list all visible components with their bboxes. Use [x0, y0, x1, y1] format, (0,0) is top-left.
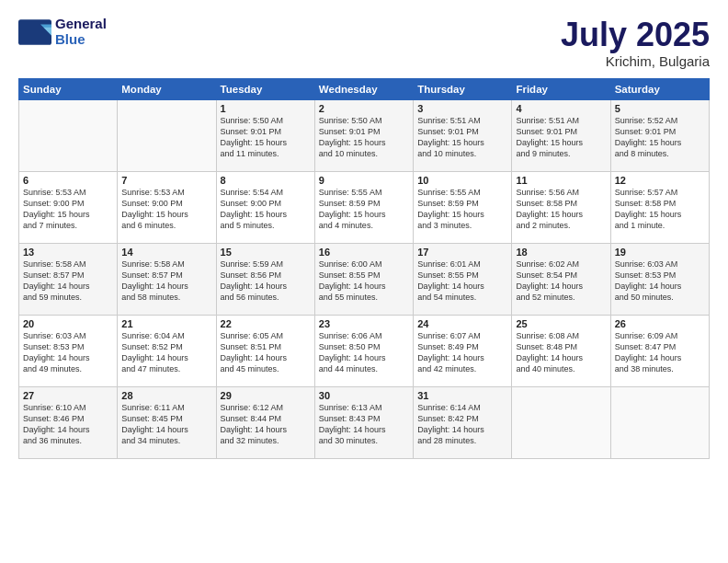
day-number: 17 — [417, 247, 507, 258]
calendar-cell: 5Sunrise: 5:52 AM Sunset: 9:01 PM Daylig… — [610, 99, 709, 171]
calendar-cell: 4Sunrise: 5:51 AM Sunset: 9:01 PM Daylig… — [512, 99, 610, 171]
day-number: 1 — [221, 103, 311, 114]
page: General Blue July 2025 Krichim, Bulgaria… — [0, 0, 728, 563]
day-info: Sunrise: 6:07 AM Sunset: 8:49 PM Dayligh… — [417, 330, 507, 375]
day-info: Sunrise: 6:03 AM Sunset: 8:53 PM Dayligh… — [615, 259, 705, 304]
day-number: 31 — [417, 390, 507, 401]
calendar-cell: 11Sunrise: 5:56 AM Sunset: 8:58 PM Dayli… — [512, 171, 610, 243]
calendar-cell: 7Sunrise: 5:53 AM Sunset: 9:00 PM Daylig… — [118, 171, 216, 243]
day-number: 18 — [516, 247, 606, 258]
week-row-4: 20Sunrise: 6:03 AM Sunset: 8:53 PM Dayli… — [19, 315, 710, 386]
logo-icon — [18, 19, 51, 45]
day-number: 15 — [221, 247, 311, 258]
header: General Blue July 2025 Krichim, Bulgaria — [18, 17, 710, 69]
day-number: 8 — [221, 175, 311, 186]
calendar-cell: 9Sunrise: 5:55 AM Sunset: 8:59 PM Daylig… — [314, 171, 413, 243]
day-info: Sunrise: 5:52 AM Sunset: 9:01 PM Dayligh… — [615, 115, 705, 160]
day-number: 7 — [121, 175, 211, 186]
day-number: 24 — [417, 318, 507, 329]
calendar-cell: 28Sunrise: 6:11 AM Sunset: 8:45 PM Dayli… — [118, 386, 216, 458]
col-thursday: Thursday — [414, 78, 512, 99]
logo-text: General Blue — [55, 17, 107, 47]
day-info: Sunrise: 6:05 AM Sunset: 8:51 PM Dayligh… — [221, 330, 311, 375]
day-info: Sunrise: 5:58 AM Sunset: 8:57 PM Dayligh… — [121, 259, 211, 304]
day-info: Sunrise: 6:00 AM Sunset: 8:55 PM Dayligh… — [319, 259, 409, 304]
calendar-cell: 25Sunrise: 6:08 AM Sunset: 8:48 PM Dayli… — [512, 315, 610, 386]
day-number: 9 — [319, 175, 409, 186]
day-info: Sunrise: 6:08 AM Sunset: 8:48 PM Dayligh… — [516, 330, 606, 375]
calendar-cell: 23Sunrise: 6:06 AM Sunset: 8:50 PM Dayli… — [314, 315, 413, 386]
svg-rect-0 — [18, 19, 51, 44]
day-info: Sunrise: 5:57 AM Sunset: 8:58 PM Dayligh… — [615, 187, 705, 232]
calendar-cell: 12Sunrise: 5:57 AM Sunset: 8:58 PM Dayli… — [610, 171, 709, 243]
logo: General Blue — [18, 17, 107, 47]
header-row: Sunday Monday Tuesday Wednesday Thursday… — [19, 78, 710, 99]
calendar-cell: 13Sunrise: 5:58 AM Sunset: 8:57 PM Dayli… — [19, 243, 118, 315]
calendar-cell: 8Sunrise: 5:54 AM Sunset: 9:00 PM Daylig… — [216, 171, 314, 243]
day-info: Sunrise: 5:51 AM Sunset: 9:01 PM Dayligh… — [417, 115, 507, 160]
week-row-3: 13Sunrise: 5:58 AM Sunset: 8:57 PM Dayli… — [19, 243, 710, 315]
calendar-cell — [610, 386, 709, 458]
day-number: 5 — [615, 103, 705, 114]
col-monday: Monday — [118, 78, 216, 99]
day-info: Sunrise: 6:14 AM Sunset: 8:42 PM Dayligh… — [417, 402, 507, 447]
calendar-cell: 3Sunrise: 5:51 AM Sunset: 9:01 PM Daylig… — [414, 99, 512, 171]
calendar-cell: 16Sunrise: 6:00 AM Sunset: 8:55 PM Dayli… — [314, 243, 413, 315]
calendar-cell: 17Sunrise: 6:01 AM Sunset: 8:55 PM Dayli… — [414, 243, 512, 315]
day-number: 2 — [319, 103, 409, 114]
day-number: 16 — [319, 247, 409, 258]
calendar-cell: 30Sunrise: 6:13 AM Sunset: 8:43 PM Dayli… — [314, 386, 413, 458]
calendar-cell: 29Sunrise: 6:12 AM Sunset: 8:44 PM Dayli… — [216, 386, 314, 458]
day-number: 29 — [221, 390, 311, 401]
day-info: Sunrise: 5:53 AM Sunset: 9:00 PM Dayligh… — [121, 187, 211, 232]
day-info: Sunrise: 6:13 AM Sunset: 8:43 PM Dayligh… — [319, 402, 409, 447]
day-number: 28 — [121, 390, 211, 401]
day-number: 10 — [417, 175, 507, 186]
location-subtitle: Krichim, Bulgaria — [561, 53, 710, 69]
calendar-cell — [512, 386, 610, 458]
week-row-1: 1Sunrise: 5:50 AM Sunset: 9:01 PM Daylig… — [19, 99, 710, 171]
calendar-cell: 18Sunrise: 6:02 AM Sunset: 8:54 PM Dayli… — [512, 243, 610, 315]
calendar-cell: 10Sunrise: 5:55 AM Sunset: 8:59 PM Dayli… — [414, 171, 512, 243]
day-info: Sunrise: 6:01 AM Sunset: 8:55 PM Dayligh… — [417, 259, 507, 304]
calendar-cell: 15Sunrise: 5:59 AM Sunset: 8:56 PM Dayli… — [216, 243, 314, 315]
day-number: 26 — [615, 318, 705, 329]
calendar-cell — [19, 99, 118, 171]
calendar-cell: 22Sunrise: 6:05 AM Sunset: 8:51 PM Dayli… — [216, 315, 314, 386]
day-number: 19 — [615, 247, 705, 258]
calendar-cell: 20Sunrise: 6:03 AM Sunset: 8:53 PM Dayli… — [19, 315, 118, 386]
calendar-cell: 1Sunrise: 5:50 AM Sunset: 9:01 PM Daylig… — [216, 99, 314, 171]
calendar-cell: 2Sunrise: 5:50 AM Sunset: 9:01 PM Daylig… — [314, 99, 413, 171]
col-saturday: Saturday — [610, 78, 709, 99]
day-info: Sunrise: 6:02 AM Sunset: 8:54 PM Dayligh… — [516, 259, 606, 304]
day-info: Sunrise: 5:56 AM Sunset: 8:58 PM Dayligh… — [516, 187, 606, 232]
day-info: Sunrise: 6:12 AM Sunset: 8:44 PM Dayligh… — [221, 402, 311, 447]
day-info: Sunrise: 5:50 AM Sunset: 9:01 PM Dayligh… — [319, 115, 409, 160]
col-friday: Friday — [512, 78, 610, 99]
calendar-table: Sunday Monday Tuesday Wednesday Thursday… — [18, 78, 710, 459]
day-number: 21 — [121, 318, 211, 329]
day-info: Sunrise: 6:03 AM Sunset: 8:53 PM Dayligh… — [23, 330, 113, 375]
day-number: 22 — [221, 318, 311, 329]
day-number: 6 — [23, 175, 113, 186]
week-row-5: 27Sunrise: 6:10 AM Sunset: 8:46 PM Dayli… — [19, 386, 710, 458]
col-wednesday: Wednesday — [314, 78, 413, 99]
day-info: Sunrise: 5:53 AM Sunset: 9:00 PM Dayligh… — [23, 187, 113, 232]
day-number: 3 — [417, 103, 507, 114]
day-number: 23 — [319, 318, 409, 329]
col-tuesday: Tuesday — [216, 78, 314, 99]
calendar-cell: 21Sunrise: 6:04 AM Sunset: 8:52 PM Dayli… — [118, 315, 216, 386]
day-number: 12 — [615, 175, 705, 186]
day-number: 4 — [516, 103, 606, 114]
day-number: 30 — [319, 390, 409, 401]
day-number: 14 — [121, 247, 211, 258]
calendar-cell: 24Sunrise: 6:07 AM Sunset: 8:49 PM Dayli… — [414, 315, 512, 386]
day-info: Sunrise: 6:06 AM Sunset: 8:50 PM Dayligh… — [319, 330, 409, 375]
title-block: July 2025 Krichim, Bulgaria — [561, 17, 710, 69]
day-info: Sunrise: 5:54 AM Sunset: 9:00 PM Dayligh… — [221, 187, 311, 232]
day-number: 11 — [516, 175, 606, 186]
col-sunday: Sunday — [19, 78, 118, 99]
calendar-cell: 26Sunrise: 6:09 AM Sunset: 8:47 PM Dayli… — [610, 315, 709, 386]
calendar-cell: 19Sunrise: 6:03 AM Sunset: 8:53 PM Dayli… — [610, 243, 709, 315]
week-row-2: 6Sunrise: 5:53 AM Sunset: 9:00 PM Daylig… — [19, 171, 710, 243]
